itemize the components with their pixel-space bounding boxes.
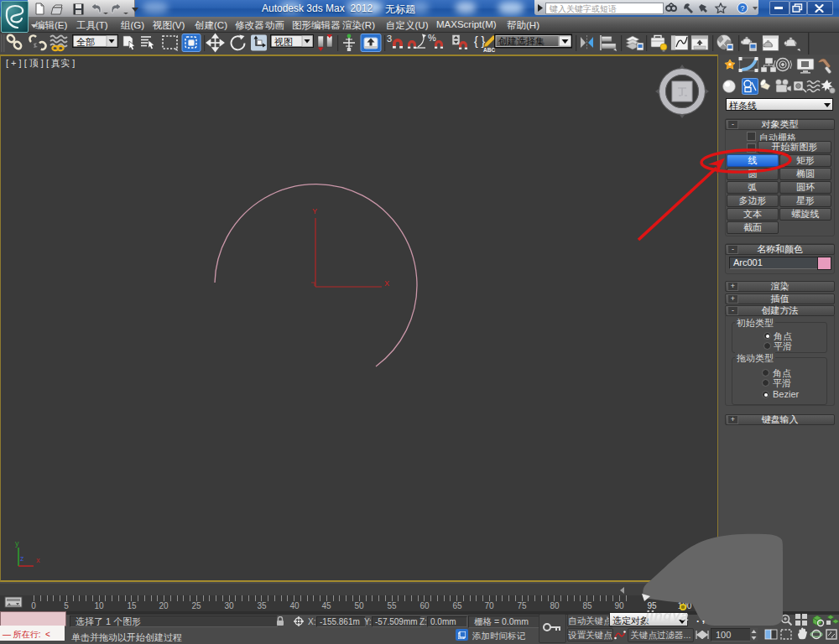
svg-text:?: ? — [740, 4, 744, 13]
svg-text:%: % — [428, 33, 436, 43]
svg-text:创建选择集: 创建选择集 — [498, 36, 545, 46]
svg-text:Y: Y — [312, 207, 317, 216]
svg-text:x: x — [36, 556, 40, 564]
svg-text:{ }: { } — [474, 34, 486, 48]
svg-text:y: y — [15, 539, 19, 548]
svg-text:ABC: ABC — [483, 47, 495, 53]
svg-text:全部: 全部 — [76, 37, 95, 47]
svg-text:3: 3 — [387, 34, 392, 44]
svg-text:z: z — [20, 554, 24, 563]
svg-text:X: X — [384, 279, 389, 288]
svg-text:视图: 视图 — [274, 37, 293, 47]
